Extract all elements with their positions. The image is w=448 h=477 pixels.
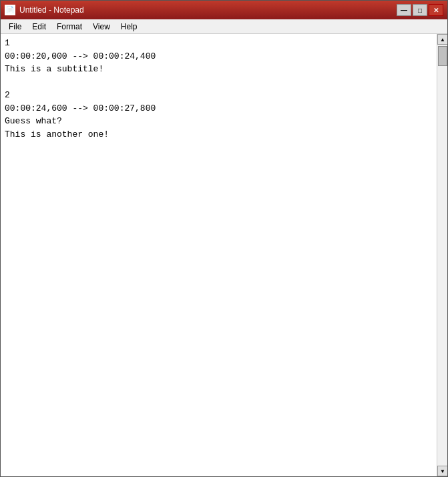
editor-container: ▲ ▼ — [1, 34, 447, 476]
menu-edit[interactable]: Edit — [27, 21, 51, 33]
scrollbar-thumb-area — [437, 45, 447, 466]
scroll-up-button[interactable]: ▲ — [437, 34, 447, 45]
scroll-down-button[interactable]: ▼ — [437, 466, 447, 476]
menu-view[interactable]: View — [87, 21, 116, 33]
notepad-window: 📄 Untitled - Notepad — □ ✕ File Edit For… — [0, 0, 448, 477]
menu-format[interactable]: Format — [51, 21, 87, 33]
maximize-button[interactable]: □ — [413, 4, 427, 16]
minimize-button[interactable]: — — [397, 4, 411, 16]
window-controls: — □ ✕ — [397, 4, 443, 16]
app-icon: 📄 — [5, 5, 15, 15]
close-button[interactable]: ✕ — [429, 4, 443, 16]
menu-file[interactable]: File — [3, 21, 27, 33]
title-bar: 📄 Untitled - Notepad — □ ✕ — [1, 1, 447, 19]
title-bar-left: 📄 Untitled - Notepad — [5, 5, 84, 15]
menu-bar: File Edit Format View Help — [1, 19, 447, 34]
vertical-scrollbar: ▲ ▼ — [437, 34, 447, 476]
window-title: Untitled - Notepad — [19, 5, 84, 15]
text-editor[interactable] — [1, 34, 437, 476]
menu-help[interactable]: Help — [116, 21, 143, 33]
scrollbar-thumb[interactable] — [438, 46, 447, 66]
